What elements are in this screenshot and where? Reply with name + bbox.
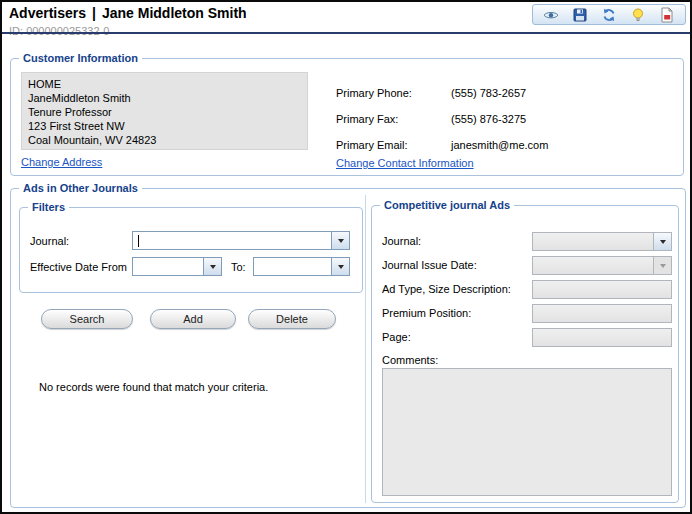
comp-journal-label: Journal:	[382, 235, 421, 247]
change-address-link[interactable]: Change Address	[21, 156, 102, 168]
address-box: HOME JaneMiddleton Smith Tenure Professo…	[21, 72, 308, 150]
date-from-dropdown-button[interactable]	[203, 258, 221, 275]
journal-combobox[interactable]	[132, 231, 350, 250]
journal-issue-date-combobox	[532, 256, 672, 275]
ad-type-field	[532, 280, 672, 299]
ad-type-label: Ad Type, Size Description:	[382, 283, 511, 295]
refresh-icon	[601, 7, 617, 23]
address-line: HOME	[28, 77, 301, 91]
comments-textarea	[382, 368, 672, 496]
header-divider	[2, 32, 690, 34]
view-icon	[543, 7, 559, 23]
view-button[interactable]	[543, 7, 559, 23]
toolbar	[532, 4, 686, 25]
journal-issue-date-value	[533, 257, 653, 274]
premium-position-field	[532, 304, 672, 323]
comp-journal-dropdown-button[interactable]	[653, 233, 671, 250]
date-from-combobox[interactable]	[132, 257, 222, 276]
customer-information-group: Customer Information HOME JaneMiddleton …	[10, 58, 684, 176]
page-title-record: Jane Middleton Smith	[102, 5, 247, 21]
comments-label: Comments:	[382, 354, 438, 366]
comp-journal-value	[533, 233, 653, 250]
page-title-section: Advertisers	[9, 5, 86, 21]
address-line: JaneMiddleton Smith	[28, 91, 301, 105]
tip-button[interactable]	[630, 7, 646, 23]
no-records-message: No records were found that match your cr…	[39, 381, 268, 393]
competitive-journal-ads-title: Competitive journal Ads	[380, 198, 514, 213]
record-id-value: 000000025332-0	[26, 25, 109, 37]
add-button[interactable]: Add	[150, 309, 236, 329]
search-button[interactable]: Search	[41, 309, 133, 329]
date-to-combobox[interactable]	[253, 257, 350, 276]
primary-phone-value: (555) 783-2657	[451, 87, 526, 99]
competitive-journal-ads-group: Competitive journal Ads Journal: Journal…	[371, 205, 679, 503]
journal-label: Journal:	[30, 235, 69, 247]
save-icon	[572, 7, 588, 23]
date-from-input[interactable]	[133, 258, 203, 275]
chevron-down-icon	[210, 265, 216, 269]
chevron-down-icon	[660, 240, 666, 244]
page-title-separator: |	[92, 5, 96, 21]
chevron-down-icon	[338, 265, 344, 269]
refresh-button[interactable]	[601, 7, 617, 23]
change-contact-link[interactable]: Change Contact Information	[336, 157, 474, 169]
delete-button[interactable]: Delete	[248, 309, 336, 329]
date-to-dropdown-button[interactable]	[331, 258, 349, 275]
effective-date-from-label: Effective Date From	[30, 261, 127, 273]
app-window: Advertisers|Jane Middleton Smith ID: 000…	[0, 0, 692, 514]
filters-group: Filters Journal: Effective Date From To:	[19, 207, 363, 293]
page-label: Page:	[382, 331, 411, 343]
save-button[interactable]	[572, 7, 588, 23]
ads-in-other-journals-title: Ads in Other Journals	[19, 181, 142, 196]
journal-issue-date-label: Journal Issue Date:	[382, 259, 477, 271]
date-to-input[interactable]	[254, 258, 331, 275]
primary-email-value: janesmith@me.com	[451, 139, 548, 151]
primary-fax-label: Primary Fax:	[336, 113, 398, 125]
record-id: ID: 000000025332-0	[9, 25, 109, 37]
premium-position-label: Premium Position:	[382, 307, 471, 319]
address-line: Tenure Professor	[28, 105, 301, 119]
text-caret	[138, 235, 139, 247]
chevron-down-icon	[660, 264, 666, 268]
report-button[interactable]	[659, 7, 675, 23]
record-id-label: ID:	[9, 25, 23, 37]
filters-title: Filters	[28, 200, 69, 215]
journal-input[interactable]	[133, 232, 331, 249]
page-field	[532, 328, 672, 347]
primary-email-label: Primary Email:	[336, 139, 408, 151]
panel-divider	[365, 195, 366, 503]
journal-issue-date-dropdown-button	[653, 257, 671, 274]
address-line: 123 First Street NW	[28, 119, 301, 133]
journal-dropdown-button[interactable]	[331, 232, 349, 249]
primary-fax-value: (555) 876-3275	[451, 113, 526, 125]
chevron-down-icon	[338, 239, 344, 243]
address-line: Coal Mountain, WV 24823	[28, 133, 301, 147]
customer-information-title: Customer Information	[19, 51, 142, 66]
to-label: To:	[231, 261, 246, 273]
report-icon	[659, 7, 675, 23]
page-title: Advertisers|Jane Middleton Smith	[9, 5, 247, 21]
ads-in-other-journals-group: Ads in Other Journals Filters Journal: E…	[10, 188, 686, 508]
comp-journal-combobox	[532, 232, 672, 251]
lightbulb-icon	[630, 7, 646, 23]
primary-phone-label: Primary Phone:	[336, 87, 412, 99]
